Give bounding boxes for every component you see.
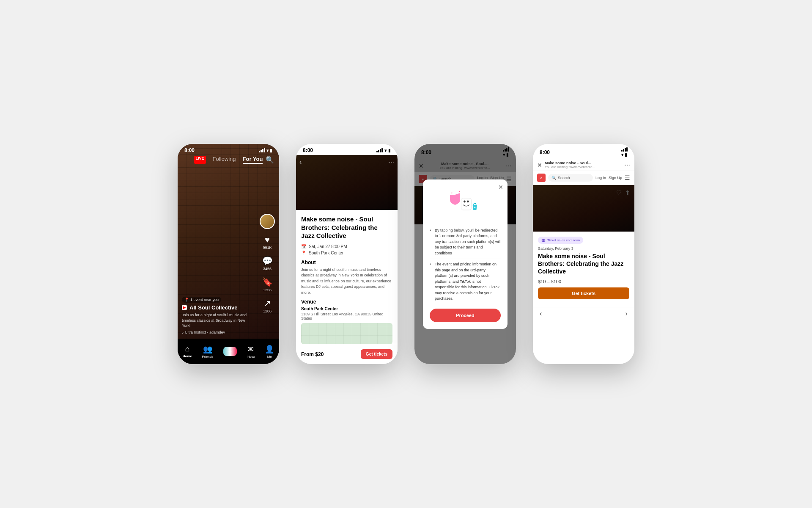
status-time-1: 8:00 [184, 147, 195, 153]
calendar-icon: 📅 [301, 244, 306, 249]
warning-list: By tapping below, you'll be redirected t… [430, 225, 501, 304]
ticket-icon-4: 🎟 [541, 238, 546, 243]
svg-rect-2 [461, 198, 471, 210]
upload-icon-4[interactable]: ⬆ [625, 189, 630, 196]
live-badge: LIVE [194, 156, 206, 164]
get-tickets-button-4[interactable]: Get tickets [538, 287, 629, 299]
bottom-nav-1: ⌂ Home 👥 Friends + ✉ Inbox 👤 Me [178, 339, 279, 364]
event-image-2: ‹ ⋯ [296, 155, 398, 210]
comment-count: 3456 [263, 267, 272, 271]
channel-name-text: All Soul Collective [189, 304, 237, 311]
event-meta-2: 📅 Sat, Jan 27 8:00 PM 📍 South Park Cente… [301, 244, 392, 255]
about-section-title: About [301, 260, 392, 265]
event-image-4: ♡ ⬆ [533, 185, 634, 232]
event-action-icons: ♡ ⬆ [616, 189, 630, 196]
eb-search-4[interactable]: 🔍 Search [548, 174, 593, 182]
modal-close-btn-3[interactable]: ✕ [498, 184, 503, 190]
like-btn[interactable]: ♥ 991K [263, 235, 272, 250]
right-actions: ♥ 991K 💬 3456 🔖 1256 ↗ 1286 [260, 214, 275, 313]
wifi-icon-1: ▾ [266, 148, 269, 153]
browser-bar-4: ✕ Make some noise - Soul... You are visi… [533, 159, 634, 171]
status-bar-4: 8:00 ▾ ▮ [533, 144, 634, 159]
nearby-label: 1 event near you [190, 298, 219, 302]
event-date-row: 📅 Sat, Jan 27 8:00 PM [301, 244, 392, 249]
nav-friends[interactable]: 👥 Friends [202, 345, 213, 359]
back-button-2[interactable]: ‹ [299, 158, 302, 166]
status-icons-4: ▾ ▮ [621, 147, 628, 157]
svg-text:✦: ✦ [458, 190, 460, 193]
nav-friends-label: Friends [202, 355, 213, 359]
nav-add[interactable]: + [223, 347, 237, 356]
channel-icon-badge: ▶ [182, 305, 187, 310]
svg-point-3 [464, 200, 466, 202]
status-time-4: 8:00 [540, 149, 550, 155]
tab-for-you[interactable]: For You [243, 156, 263, 164]
comment-icon: 💬 [262, 256, 273, 266]
signal-icon-2 [376, 148, 383, 152]
ticket-badge-4: 🎟 Ticket sales end soon [538, 237, 583, 244]
wifi-icon-2: ▾ [384, 148, 387, 153]
nav-me-label: Me [267, 355, 272, 359]
event-venue-name: South Park Center [309, 251, 343, 255]
event-date-4: Saturday, February 3 [538, 246, 629, 251]
venue-full-name: South Park Center [301, 306, 392, 311]
login-btn-4[interactable]: Log In [595, 176, 606, 180]
search-icon-1[interactable]: 🔍 [266, 156, 274, 164]
browser-sub-url-4: You are visiting: www.eventbrite... [545, 165, 622, 169]
mascot-area: ✦ ✦ [430, 186, 501, 220]
event-venue-row: 📍 South Park Center [301, 251, 392, 255]
warning-item-2: The event and pricing information on thi… [430, 259, 501, 304]
event-price: From $20 [301, 351, 324, 357]
eb-logo-4: e [537, 174, 546, 182]
menu-icon-4[interactable]: ☰ [625, 174, 630, 181]
browser-more-4[interactable]: ⋯ [624, 162, 630, 168]
right-icons-2: ⋯ [388, 159, 394, 166]
back-arrow-4[interactable]: ‹ [540, 310, 542, 318]
event-content-4: 🎟 Ticket sales end soon Saturday, Februa… [533, 232, 634, 307]
auth-btns-4: Log In Sign Up ☰ [595, 174, 630, 181]
nav-inbox[interactable]: ✉ Inbox [247, 345, 255, 359]
search-icon-4: 🔍 [551, 176, 556, 180]
svg-point-5 [474, 207, 475, 208]
more-icon-2[interactable]: ⋯ [388, 159, 394, 166]
svg-text:✦: ✦ [451, 191, 453, 194]
event-title-4: Make some noise - Soul Brothers: Celebra… [538, 252, 629, 276]
save-icon-4[interactable]: ♡ [616, 189, 622, 196]
comment-btn[interactable]: 💬 3456 [262, 256, 273, 271]
music-tag: ♪ Ultra Instinct - adamdev [182, 330, 254, 334]
bottom-info: 📍 1 event near you ▶ All Soul Collective… [182, 295, 254, 334]
location-dot: 📍 [184, 298, 189, 302]
get-tickets-button-2[interactable]: Get tickets [361, 349, 392, 359]
avatar-btn[interactable] [260, 214, 275, 229]
event-content-2: Make some noise - Soul Brothers: Celebra… [296, 210, 398, 358]
signal-icon-4 [621, 147, 628, 152]
eb-header-4: e 🔍 Search Log In Sign Up ☰ [533, 171, 634, 185]
event-date: Sat, Jan 27 8:00 PM [309, 244, 347, 249]
bookmark-icon: 🔖 [262, 277, 273, 287]
add-button[interactable]: + [223, 347, 237, 356]
nav-home-label: Home [183, 354, 192, 358]
share-btn[interactable]: ↗ 1286 [263, 298, 272, 313]
ticket-badge-text: Ticket sales end soon [547, 238, 580, 242]
browser-close-4[interactable]: ✕ [537, 162, 542, 168]
proceed-button[interactable]: Proceed [430, 309, 501, 322]
modal-box-3: ✕ ✦ ✦ [423, 179, 508, 329]
nav-home[interactable]: ⌂ Home [183, 345, 192, 358]
battery-icon-2: ▮ [388, 148, 391, 153]
status-bar-1: 8:00 ▾ ▮ [178, 144, 279, 155]
nav-arrows-4: ‹ › [533, 307, 634, 320]
channel-description: Join us for a night of soulful music and… [182, 312, 254, 329]
bookmark-btn[interactable]: 🔖 1256 [262, 277, 273, 292]
avatar-circle [260, 214, 275, 229]
signup-btn-4[interactable]: Sign Up [609, 176, 622, 180]
channel-name: ▶ All Soul Collective [182, 304, 254, 311]
location-icon-2: 📍 [301, 251, 306, 255]
tab-following[interactable]: Following [213, 156, 236, 164]
share-icon: ↗ [264, 298, 271, 308]
inbox-icon: ✉ [247, 345, 254, 354]
nav-me[interactable]: 👤 Me [265, 345, 274, 359]
search-placeholder-4: Search [558, 176, 570, 180]
like-count: 991K [263, 246, 272, 250]
forward-arrow-4[interactable]: › [625, 310, 628, 318]
event-description: Join us for a night of soulful music and… [301, 267, 392, 296]
